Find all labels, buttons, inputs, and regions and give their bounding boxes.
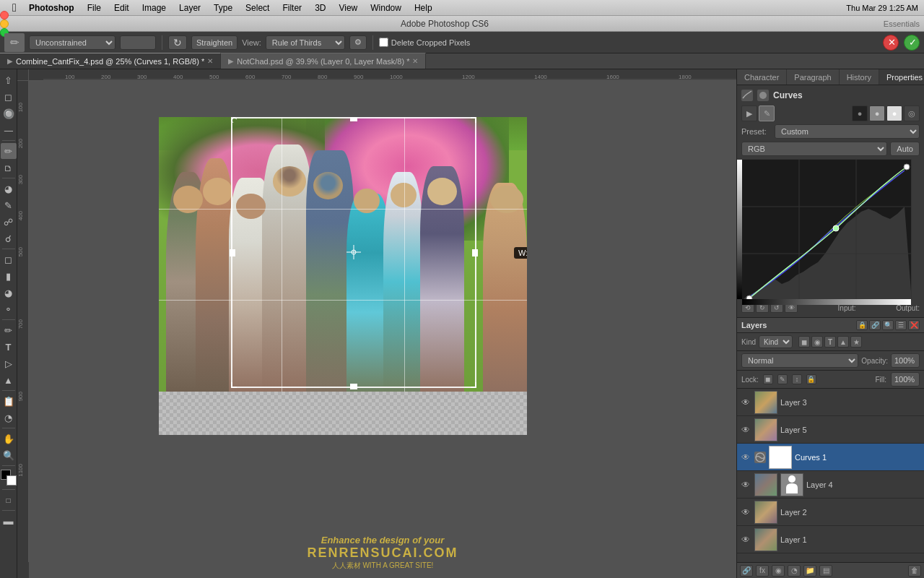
color-sample-tool[interactable]: ◔ [1,410,17,426]
tab-paragraph[interactable]: Paragraph [787,69,839,85]
shape-tool[interactable]: ▲ [1,372,17,388]
fill-input[interactable] [891,372,920,387]
path-select-tool[interactable]: ▷ [1,355,17,371]
tab-character[interactable]: Character [737,69,787,85]
tab-notchad-x[interactable]: ✕ [412,57,418,65]
crop-tool[interactable]: ✏ [1,143,17,159]
curves-sample-mid-btn[interactable]: ● [869,105,885,121]
filter-shape-btn[interactable]: ▲ [837,336,849,348]
crop-tool-btn[interactable]: ✏ [4,33,25,52]
curves1-visibility[interactable]: 👁 [740,452,751,463]
history-brush-tool[interactable]: ☌ [1,230,17,246]
move-tool[interactable]: ⇧ [1,72,17,88]
straighten-btn[interactable]: Straighten [191,35,237,50]
hand-tool[interactable]: ✋ [1,431,17,447]
opacity-input[interactable] [891,353,920,368]
commit-crop-btn[interactable]: ✓ [904,35,920,51]
menu-filter[interactable]: Filter [276,2,308,14]
dodge-tool[interactable]: ⚬ [1,301,17,317]
gradient-tool[interactable]: ▮ [1,268,17,284]
tab-notchad-close[interactable]: ▶ [228,57,234,65]
layer-row-layer1[interactable]: 👁 Layer 1 [737,526,924,553]
layers-lock-btn[interactable]: 🔒 [856,320,868,330]
curves-sample-dark-btn[interactable]: ● [852,105,868,121]
tab-combine[interactable]: ▶ Combine_CantFix_4.psd @ 25% (Curves 1,… [0,53,221,69]
menu-edit[interactable]: Edit [108,2,135,14]
eyedropper-tool[interactable]: 🗅 [1,160,17,176]
lock-move-btn[interactable]: ↕ [792,374,802,384]
fg-bg-colors[interactable] [1,470,17,486]
menu-view[interactable]: View [333,2,363,14]
lasso-tool[interactable]: 🔘 [1,105,17,121]
add-fx-btn[interactable]: fx [756,565,769,577]
rect-select-tool[interactable]: ◻ [1,89,17,105]
tab-notchad[interactable]: ▶ NotChad.psd @ 39.9% (Layer 0, Layer Ma… [221,53,426,69]
lock-pixel-btn[interactable]: ✎ [777,374,788,384]
add-link-btn[interactable]: 🔗 [740,565,753,577]
menu-file[interactable]: File [82,2,107,14]
menu-image[interactable]: Image [136,2,172,14]
layers-link-btn[interactable]: 🔗 [869,320,881,330]
notes-tool[interactable]: 📋 [1,393,17,409]
menu-select[interactable]: Select [240,2,275,14]
curves-target-btn[interactable]: ◎ [904,105,920,121]
width-input[interactable] [120,35,156,50]
layer-row-layer2[interactable]: 👁 Layer 2 [737,499,924,526]
layer2-visibility[interactable]: 👁 [740,506,751,518]
new-adj-btn[interactable]: ◔ [788,565,801,577]
auto-btn[interactable]: Auto [890,142,920,156]
layer3-visibility[interactable]: 👁 [740,397,751,408]
tab-history[interactable]: History [840,69,879,85]
tab-combine-close[interactable]: ▶ [7,57,13,65]
menu-type[interactable]: Type [208,2,238,14]
layer-row-curves1[interactable]: 👁 Curves 1 [737,444,924,471]
curves-pointer-btn[interactable]: ▶ [741,105,757,121]
blur-tool[interactable]: ◕ [1,285,17,301]
filter-type-btn[interactable]: T [824,336,836,348]
clone-tool[interactable]: ☍ [1,214,17,230]
zoom-tool[interactable]: 🔍 [1,447,17,463]
add-mask-btn[interactable]: ◉ [772,565,785,577]
constraint-select[interactable]: Unconstrained [29,35,116,50]
cancel-crop-btn[interactable]: ✕ [883,35,899,51]
menu-layer[interactable]: Layer [173,2,206,14]
tab-properties[interactable]: Properties [879,69,924,85]
lock-transparent-btn[interactable]: ◼ [763,374,773,384]
delete-layer-btn[interactable]: 🗑 [908,565,921,577]
layer4-visibility[interactable]: 👁 [740,479,751,491]
lock-all-btn[interactable]: 🔒 [806,374,816,384]
layer5-visibility[interactable]: 👁 [740,424,751,436]
spot-heal-tool[interactable]: ◕ [1,181,17,197]
curves-sample-light-btn[interactable]: ● [886,105,902,121]
kind-select[interactable]: Kind [759,335,793,348]
filter-smart-btn[interactable]: ★ [850,336,862,348]
curves-pencil-btn[interactable]: ✎ [759,105,775,121]
layer-row-layer4[interactable]: 👁 Layer 4 [737,471,924,499]
canvas-container[interactable]: W: 1400 px [29,81,736,578]
layer-row-layer3[interactable]: 👁 Layer 3 [737,389,924,416]
background-color[interactable] [6,475,17,486]
rotate-btn[interactable]: ↻ [168,35,187,50]
workspace-selector[interactable]: Essentials [884,20,920,28]
channel-select[interactable]: RGB Red Green Blue [741,142,887,156]
menu-3d[interactable]: 3D [309,2,331,14]
blend-select[interactable]: Normal Multiply Screen Overlay [741,353,858,368]
layers-menu-btn[interactable]: ☰ [895,320,907,330]
layers-search-btn[interactable]: 🔍 [882,320,894,330]
filter-pixel-btn[interactable]: ◼ [798,336,810,348]
layer-row-layer5[interactable]: 👁 Layer 5 [737,416,924,444]
new-layer-btn[interactable]: ▤ [819,565,832,577]
curves-graph[interactable] [741,159,912,300]
preset-select[interactable]: Custom [775,124,920,139]
filter-adj-btn[interactable]: ◉ [811,336,823,348]
minimize-button[interactable] [0,20,9,28]
quick-mask-btn[interactable]: □ [1,492,17,508]
quick-select-tool[interactable]: ⸻ [1,122,17,138]
overlay-settings-btn[interactable]: ⚙ [349,35,367,50]
delete-cropped-checkbox[interactable] [379,38,388,47]
brush-tool[interactable]: ✎ [1,197,17,213]
tab-combine-x[interactable]: ✕ [207,57,213,65]
menu-window[interactable]: Window [365,2,407,14]
text-tool[interactable]: T [1,339,17,355]
view-select[interactable]: Rule of Thirds [266,35,345,50]
